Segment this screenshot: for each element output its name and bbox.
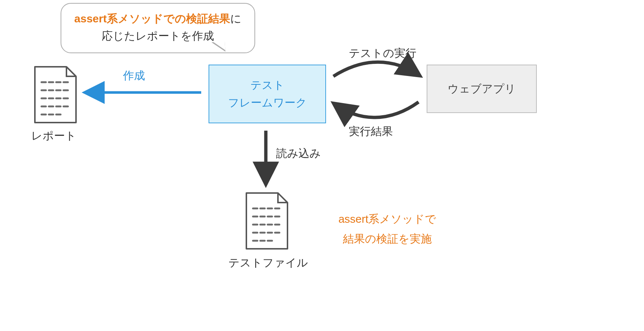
label-create: 作成: [123, 68, 145, 83]
caption-test-file: テストファイル: [228, 255, 308, 270]
bubble-line2: 応じたレポートを作成: [102, 30, 214, 42]
diagram-stage: assert系メソッドでの検証結果に 応じたレポートを作成 作成 テストの実行 …: [0, 0, 644, 331]
note-assert-verification: assert系メソッドで 結果の検証を実施: [307, 209, 468, 249]
document-icon: [243, 191, 290, 251]
bubble-tail-text: に: [230, 12, 242, 25]
label-test-execute: テストの実行: [349, 46, 416, 61]
bubble-highlight-text: assert系メソッドでの検証結果: [74, 12, 230, 25]
framework-line2: フレームワーク: [228, 94, 307, 112]
speech-bubble: assert系メソッドでの検証結果に 応じたレポートを作成: [61, 3, 255, 53]
orange-note-line1: assert系メソッドで: [307, 209, 468, 229]
label-execute-result: 実行結果: [349, 124, 393, 139]
document-icon: [31, 65, 79, 125]
framework-line1: テスト: [250, 76, 285, 94]
box-test-framework: テスト フレームワーク: [209, 65, 326, 123]
speech-bubble-tail-icon: [211, 41, 225, 52]
caption-report: レポート: [31, 128, 76, 143]
orange-note-line2: 結果の検証を実施: [307, 229, 468, 249]
label-loading: 読み込み: [276, 146, 321, 161]
box-webapp: ウェブアプリ: [427, 65, 537, 113]
webapp-label: ウェブアプリ: [448, 81, 516, 97]
